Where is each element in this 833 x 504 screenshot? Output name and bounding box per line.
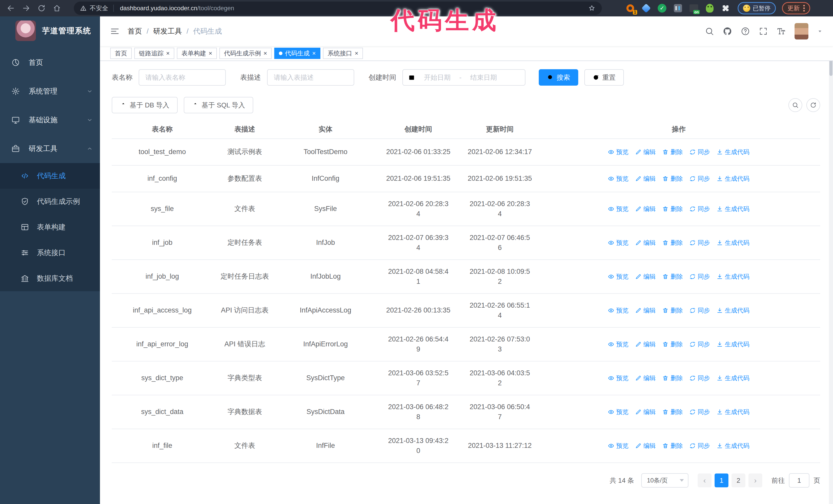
generate-code-link[interactable]: 生成代码 xyxy=(717,238,749,247)
edit-link[interactable]: 编辑 xyxy=(635,272,656,281)
end-date-input[interactable] xyxy=(461,73,506,82)
edit-link[interactable]: 编辑 xyxy=(635,306,656,315)
sync-link[interactable]: 同步 xyxy=(689,441,710,450)
bookmark-star-icon[interactable] xyxy=(588,4,596,12)
sync-link[interactable]: 同步 xyxy=(689,340,710,349)
sidebar-subitem-form-builder[interactable]: 表单构建 xyxy=(0,214,100,240)
puzzle-extensions-icon[interactable] xyxy=(721,3,731,13)
sync-link[interactable]: 同步 xyxy=(689,306,710,315)
search-button[interactable]: 搜索 xyxy=(539,69,578,86)
logo[interactable]: 芋道管理系统 xyxy=(0,17,100,45)
breadcrumb-item[interactable]: 首页 xyxy=(128,26,142,36)
edit-link[interactable]: 编辑 xyxy=(635,174,656,183)
toggle-search-button[interactable] xyxy=(788,98,802,112)
start-date-input[interactable] xyxy=(415,73,459,82)
search-icon[interactable] xyxy=(705,27,714,36)
extension-icon-1[interactable]: 1 xyxy=(625,3,635,13)
browser-home-icon[interactable] xyxy=(49,2,65,15)
page-button-2[interactable]: 2 xyxy=(732,474,745,487)
github-icon[interactable] xyxy=(723,27,732,36)
delete-link[interactable]: 删除 xyxy=(662,340,683,349)
sidebar-subitem-codegen[interactable]: 代码生成 xyxy=(0,163,100,189)
delete-link[interactable]: 删除 xyxy=(662,306,683,315)
generate-code-link[interactable]: 生成代码 xyxy=(717,408,749,416)
extension-icon-2[interactable] xyxy=(641,3,651,13)
browser-update-button[interactable]: 更新 xyxy=(782,2,810,14)
generate-code-link[interactable]: 生成代码 xyxy=(717,272,749,281)
profile-paused-pill[interactable]: 已暂停 xyxy=(738,2,776,14)
table-desc-input[interactable] xyxy=(267,69,354,86)
goto-page-input[interactable] xyxy=(789,473,809,487)
close-icon[interactable]: × xyxy=(209,50,212,56)
window-scrollbar[interactable] xyxy=(829,17,833,504)
extension-icon-5[interactable] xyxy=(689,3,699,13)
tab-codegen-example[interactable]: 代码生成示例 × xyxy=(219,48,272,59)
delete-link[interactable]: 删除 xyxy=(662,374,683,383)
generate-code-link[interactable]: 生成代码 xyxy=(717,340,749,349)
close-icon[interactable]: × xyxy=(355,50,358,56)
page-button-1[interactable]: 1 xyxy=(715,474,729,487)
tab-codegen[interactable]: 代码生成 × xyxy=(274,48,320,59)
browser-back-icon[interactable] xyxy=(3,2,19,15)
edit-link[interactable]: 编辑 xyxy=(635,374,656,383)
extension-icon-6[interactable] xyxy=(705,3,715,13)
delete-link[interactable]: 删除 xyxy=(662,408,683,416)
table-name-input[interactable] xyxy=(139,69,226,86)
sidebar-subitem-db-doc[interactable]: 数据库文档 xyxy=(0,266,100,291)
delete-link[interactable]: 删除 xyxy=(662,205,683,214)
sync-link[interactable]: 同步 xyxy=(689,408,710,416)
generate-code-link[interactable]: 生成代码 xyxy=(717,374,749,383)
sync-link[interactable]: 同步 xyxy=(689,272,710,281)
preview-link[interactable]: 预览 xyxy=(608,174,628,183)
fullscreen-icon[interactable] xyxy=(759,27,768,36)
preview-link[interactable]: 预览 xyxy=(608,340,628,349)
close-icon[interactable]: × xyxy=(312,50,316,56)
generate-code-link[interactable]: 生成代码 xyxy=(717,174,749,183)
delete-link[interactable]: 删除 xyxy=(662,148,683,157)
browser-reload-icon[interactable] xyxy=(34,2,49,15)
font-size-icon[interactable] xyxy=(777,27,786,36)
preview-link[interactable]: 预览 xyxy=(608,148,628,157)
preview-link[interactable]: 预览 xyxy=(608,205,628,214)
edit-link[interactable]: 编辑 xyxy=(635,441,656,450)
preview-link[interactable]: 预览 xyxy=(608,238,628,247)
sidebar-item-dev-tools[interactable]: 研发工具 xyxy=(0,134,100,163)
generate-code-link[interactable]: 生成代码 xyxy=(717,441,749,450)
close-icon[interactable]: × xyxy=(166,50,170,56)
generate-code-link[interactable]: 生成代码 xyxy=(717,205,749,214)
user-avatar[interactable] xyxy=(794,23,808,40)
sync-link[interactable]: 同步 xyxy=(689,374,710,383)
sync-link[interactable]: 同步 xyxy=(689,205,710,214)
sync-link[interactable]: 同步 xyxy=(689,238,710,247)
edit-link[interactable]: 编辑 xyxy=(635,238,656,247)
sidebar-subitem-codegen-example[interactable]: 代码生成示例 xyxy=(0,189,100,214)
chevron-down-icon[interactable] xyxy=(817,28,823,34)
generate-code-link[interactable]: 生成代码 xyxy=(717,306,749,315)
preview-link[interactable]: 预览 xyxy=(608,306,628,315)
close-icon[interactable]: × xyxy=(263,50,267,56)
edit-link[interactable]: 编辑 xyxy=(635,148,656,157)
hamburger-icon[interactable] xyxy=(110,27,119,36)
edit-link[interactable]: 编辑 xyxy=(635,205,656,214)
next-page-button[interactable]: › xyxy=(748,474,762,487)
date-range-picker[interactable]: - xyxy=(402,69,525,86)
preview-link[interactable]: 预览 xyxy=(608,272,628,281)
tab-home[interactable]: 首页 xyxy=(110,48,132,59)
sidebar-item-system-management[interactable]: 系统管理 xyxy=(0,77,100,105)
refresh-table-button[interactable] xyxy=(806,98,820,112)
browser-menu-icon[interactable] xyxy=(803,5,805,11)
page-size-select[interactable]: 10条/页 xyxy=(641,473,688,487)
edit-link[interactable]: 编辑 xyxy=(635,340,656,349)
db-import-button[interactable]: 基于 DB 导入 xyxy=(112,97,177,113)
prev-page-button[interactable]: ‹ xyxy=(698,474,712,487)
delete-link[interactable]: 删除 xyxy=(662,238,683,247)
address-bar[interactable]: 不安全 dashboard.yudao.iocoder.cn /tool/cod… xyxy=(74,2,602,15)
reset-button[interactable]: 重置 xyxy=(585,69,624,86)
sidebar-item-infrastructure[interactable]: 基础设施 xyxy=(0,105,100,134)
sync-link[interactable]: 同步 xyxy=(689,148,710,157)
tab-form-builder[interactable]: 表单构建 × xyxy=(177,48,217,59)
tab-tracer[interactable]: 链路追踪 × xyxy=(134,48,174,59)
sidebar-subitem-system-api[interactable]: 系统接口 xyxy=(0,240,100,266)
delete-link[interactable]: 删除 xyxy=(662,174,683,183)
delete-link[interactable]: 删除 xyxy=(662,441,683,450)
